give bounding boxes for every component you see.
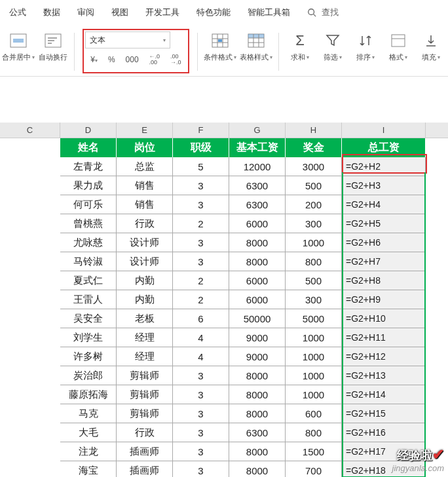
cell-bonus[interactable]: 500	[286, 271, 342, 290]
col-header-i[interactable]: I	[342, 123, 426, 138]
cell-bonus[interactable]: 1000	[286, 233, 342, 252]
cell-base[interactable]: 6300	[229, 176, 286, 195]
col-header-c[interactable]: C	[0, 123, 60, 138]
cell-bonus[interactable]: 800	[286, 423, 342, 442]
cell-rank[interactable]: 3	[173, 176, 229, 195]
header-base[interactable]: 基本工资	[229, 138, 286, 157]
cell-rank[interactable]: 2	[173, 290, 229, 309]
cell[interactable]	[0, 157, 60, 176]
cell-rank[interactable]: 3	[173, 385, 229, 404]
cell[interactable]	[0, 271, 60, 290]
header-rank[interactable]: 职级	[173, 138, 229, 157]
menu-devtools[interactable]: 开发工具	[143, 5, 182, 20]
cell[interactable]	[0, 214, 60, 233]
cell-bonus[interactable]: 5000	[286, 309, 342, 328]
cell[interactable]	[0, 423, 60, 442]
cell-position[interactable]: 内勤	[117, 290, 173, 309]
cell-name[interactable]: 大毛	[60, 423, 117, 442]
decrease-decimal-button[interactable]: .00→.0	[168, 52, 184, 67]
cell-rank[interactable]: 3	[173, 252, 229, 271]
cell-name[interactable]: 刘学生	[60, 328, 117, 347]
col-header-h[interactable]: H	[286, 123, 342, 138]
cell[interactable]	[0, 328, 60, 347]
cell-name[interactable]: 果力成	[60, 176, 117, 195]
cell-base[interactable]: 8000	[229, 366, 286, 385]
cell-base[interactable]: 6000	[229, 214, 286, 233]
merge-center-button[interactable]: 合并居中▾	[4, 30, 33, 73]
spreadsheet[interactable]: C D E F G H I 姓名 岗位 职级 基本工资 奖金 总工资 左青龙总监…	[0, 123, 448, 477]
menu-formula[interactable]: 公式	[7, 5, 29, 20]
header-total[interactable]: 总工资	[342, 138, 426, 157]
cell[interactable]	[0, 252, 60, 271]
cell[interactable]	[0, 404, 60, 423]
cell-name[interactable]: 左青龙	[60, 157, 117, 176]
cell-formula[interactable]: =G2+H4	[342, 195, 426, 214]
cell-rank[interactable]: 4	[173, 347, 229, 366]
cell-bonus[interactable]: 500	[286, 176, 342, 195]
cell-formula[interactable]: =G2+H11	[342, 328, 426, 347]
search-button[interactable]: 查找	[305, 4, 344, 21]
table-style-button[interactable]: 表格样式▾	[241, 30, 271, 73]
cell-rank[interactable]: 3	[173, 442, 229, 461]
header-position[interactable]: 岗位	[117, 138, 173, 157]
percent-button[interactable]: %	[105, 54, 118, 66]
cell-formula[interactable]: =G2+H7	[342, 252, 426, 271]
cell-name[interactable]: 尤咏慈	[60, 233, 117, 252]
cell-position[interactable]: 行政	[117, 214, 173, 233]
cell-bonus[interactable]: 1000	[286, 347, 342, 366]
cell[interactable]	[0, 233, 60, 252]
cell-base[interactable]: 50000	[229, 309, 286, 328]
cell-base[interactable]: 9000	[229, 328, 286, 347]
cell-position[interactable]: 销售	[117, 176, 173, 195]
cell-formula[interactable]: =G2+H15	[342, 404, 426, 423]
cell-bonus[interactable]: 200	[286, 195, 342, 214]
cell-base[interactable]: 6300	[229, 195, 286, 214]
header-name[interactable]: 姓名	[60, 138, 117, 157]
cell-rank[interactable]: 3	[173, 233, 229, 252]
cell-rank[interactable]: 2	[173, 271, 229, 290]
cell[interactable]	[0, 347, 60, 366]
cell-formula[interactable]: =G2+H14	[342, 385, 426, 404]
menu-features[interactable]: 特色功能	[194, 5, 233, 20]
cell[interactable]	[0, 461, 60, 477]
cell-position[interactable]: 剪辑师	[117, 366, 173, 385]
cell-rank[interactable]: 3	[173, 404, 229, 423]
cell-position[interactable]: 经理	[117, 328, 173, 347]
auto-wrap-button[interactable]: 自动换行	[40, 30, 67, 73]
cell-position[interactable]: 设计师	[117, 252, 173, 271]
sum-button[interactable]: Σ 求和▾	[287, 30, 313, 73]
cell-rank[interactable]: 3	[173, 366, 229, 385]
menu-smarttools[interactable]: 智能工具箱	[245, 5, 293, 20]
cell-position[interactable]: 经理	[117, 347, 173, 366]
cell-bonus[interactable]: 3000	[286, 157, 342, 176]
cell-base[interactable]: 12000	[229, 157, 286, 176]
fill-button[interactable]: 填充▾	[418, 30, 444, 73]
cell-bonus[interactable]: 300	[286, 214, 342, 233]
cell-formula[interactable]: =G2+H5	[342, 214, 426, 233]
sort-button[interactable]: 排序▾	[352, 30, 379, 73]
cell-position[interactable]: 插画师	[117, 461, 173, 477]
cell-name[interactable]: 何可乐	[60, 195, 117, 214]
cell-position[interactable]: 插画师	[117, 442, 173, 461]
menu-view[interactable]: 视图	[109, 5, 131, 20]
cell[interactable]	[0, 195, 60, 214]
col-header-g[interactable]: G	[229, 123, 286, 138]
cell-rank[interactable]: 5	[173, 157, 229, 176]
cell-bonus[interactable]: 1000	[286, 385, 342, 404]
cell-bonus[interactable]: 1000	[286, 328, 342, 347]
cell-base[interactable]: 8000	[229, 385, 286, 404]
cell-name[interactable]: 藤原拓海	[60, 385, 117, 404]
cell-bonus[interactable]: 700	[286, 461, 342, 477]
cell-name[interactable]: 注龙	[60, 442, 117, 461]
comma-button[interactable]: 000	[123, 54, 141, 66]
cell-formula[interactable]: =G2+H6	[342, 233, 426, 252]
cell[interactable]	[0, 290, 60, 309]
cell[interactable]	[0, 442, 60, 461]
cell-base[interactable]: 8000	[229, 404, 286, 423]
cell-position[interactable]: 销售	[117, 195, 173, 214]
cell-bonus[interactable]: 1500	[286, 442, 342, 461]
cell-position[interactable]: 行政	[117, 423, 173, 442]
cell-formula[interactable]: =G2+H2	[342, 157, 426, 176]
cell-name[interactable]: 王雷人	[60, 290, 117, 309]
cell-bonus[interactable]: 800	[286, 252, 342, 271]
